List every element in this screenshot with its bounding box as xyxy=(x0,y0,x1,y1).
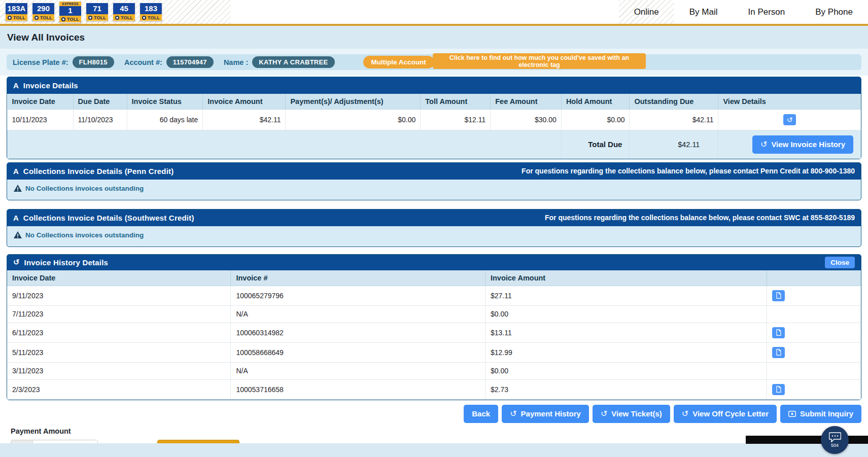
history-invoice-amount-cell: $13.11 xyxy=(485,323,767,342)
close-history-button[interactable]: Close xyxy=(825,257,855,268)
invoice-history-panel: ↺ Invoice History Details Close Invoice … xyxy=(7,254,861,400)
bottom-strip xyxy=(0,443,868,457)
toll-badge-45: 45 TOLL xyxy=(113,3,135,21)
toll-amount-cell: $12.11 xyxy=(421,110,491,130)
name-value: KATHY A CRABTREE xyxy=(252,56,334,68)
history-invoice-date-cell: 3/11/2023 xyxy=(7,362,231,379)
col-history-invoice-number: Invoice # xyxy=(231,270,485,286)
hold-amount-cell: $0.00 xyxy=(561,110,630,130)
history-invoice-date-cell: 5/11/2023 xyxy=(7,342,231,362)
alert-icon: A xyxy=(13,214,19,222)
invoice-history-row: 3/11/2023N/A$0.00 xyxy=(7,362,861,379)
collections-southwest-body: No Collections invoices outstanding xyxy=(7,226,861,247)
history-invoice-number-cell: 100065279796 xyxy=(231,286,485,305)
payments-adjustments-cell: $0.00 xyxy=(286,110,421,130)
payment-history-button[interactable]: ↺ Payment History xyxy=(502,405,589,423)
invoice-date-cell: 10/11/2023 xyxy=(8,110,74,130)
account-number-label: Account #: xyxy=(124,58,162,66)
col-due-date: Due Date xyxy=(73,94,127,110)
toll-label: TOLL xyxy=(13,15,25,20)
history-icon: ↺ xyxy=(510,409,516,418)
toll-label: TOLL xyxy=(148,15,160,20)
col-toll-amount: Toll Amount xyxy=(421,94,491,110)
invoice-history-title: Invoice History Details xyxy=(24,258,109,267)
history-invoice-amount-cell: $27.11 xyxy=(485,286,767,305)
toll-badges-strip: 183A TOLL 290 TOLL EXPRESS 1 TOLL 71 TOL… xyxy=(0,0,231,24)
history-icon: ↺ xyxy=(13,258,20,267)
nav-tab-by-mail[interactable]: By Mail xyxy=(674,0,733,24)
electronic-tag-savings-banner[interactable]: Click here to find out how much you coul… xyxy=(433,53,646,69)
invoice-status-cell: 60 days late xyxy=(127,110,203,130)
invoice-history-row: 5/11/2023100058668649$12.99 xyxy=(7,342,861,362)
col-history-invoice-amount: Invoice Amount xyxy=(485,270,767,286)
account-section: License Plate #: FLH8015 Account #: 1157… xyxy=(0,49,868,76)
history-invoice-number-cell: 100060314982 xyxy=(231,323,485,342)
invoice-details-panel: A Invoice Details Invoice Date Due Date … xyxy=(7,77,861,159)
license-plate-label: License Plate #: xyxy=(13,58,68,66)
invoice-history-row: 9/11/2023100065279796$27.11 xyxy=(7,286,861,305)
back-button[interactable]: Back xyxy=(464,405,498,423)
toll-badge-number: 183A xyxy=(6,3,27,14)
history-invoice-number-cell: 100058668649 xyxy=(231,342,485,362)
view-invoice-history-button[interactable]: ↺ View Invoice History xyxy=(752,135,853,154)
chat-counter: 504 xyxy=(831,443,839,448)
submit-inquiry-button[interactable]: Submit Inquiry xyxy=(780,405,861,423)
toll-dot-icon xyxy=(34,16,39,20)
action-buttons-row: Back ↺ Payment History ↺ View Ticket(s) … xyxy=(7,405,861,423)
pdf-file-icon xyxy=(776,386,781,393)
toll-badge-number: 290 xyxy=(32,3,54,14)
toll-label: TOLL xyxy=(67,17,79,22)
toll-badge-number: 1 xyxy=(59,6,81,16)
collections-penn-credit-panel: A Collections Invoice Details (Penn Cred… xyxy=(7,162,861,200)
col-invoice-date: Invoice Date xyxy=(8,94,74,110)
collections-southwest-header: A Collections Invoice Details (Southwest… xyxy=(7,209,861,226)
history-icon: ↺ xyxy=(760,139,767,149)
collections-penn-title: Collections Invoice Details (Penn Credit… xyxy=(23,167,174,175)
invoice-details-title: Invoice Details xyxy=(23,81,78,90)
col-outstanding-due: Outstanding Due xyxy=(630,94,718,110)
nav-tab-in-person[interactable]: In Person xyxy=(733,0,801,24)
toll-badge-number: 183 xyxy=(140,3,162,14)
toll-label: TOLL xyxy=(40,15,52,20)
view-pdf-button[interactable] xyxy=(772,327,785,338)
name-label: Name : xyxy=(224,58,248,66)
toll-dot-icon xyxy=(115,16,119,20)
pdf-file-icon xyxy=(776,292,781,299)
col-invoice-amount: Invoice Amount xyxy=(203,94,286,110)
nav-tab-by-phone[interactable]: By Phone xyxy=(800,0,868,24)
nav-tab-online[interactable]: Online xyxy=(619,0,674,24)
history-invoice-amount-cell: $2.73 xyxy=(485,379,767,399)
invoice-details-header: A Invoice Details xyxy=(7,77,861,94)
history-invoice-date-cell: 9/11/2023 xyxy=(7,286,231,305)
toll-label: TOLL xyxy=(94,15,106,20)
warning-triangle-icon xyxy=(14,185,22,192)
total-due-row: Total Due $42.11 ↺ View Invoice History xyxy=(8,130,861,159)
history-invoice-number-cell: N/A xyxy=(231,362,485,379)
pdf-file-icon xyxy=(776,329,781,336)
outstanding-due-cell: $42.11 xyxy=(630,110,718,130)
total-due-value: $42.11 xyxy=(630,130,718,159)
col-payments-adjustments: Payment(s)/ Adjustment(s) xyxy=(286,94,421,110)
live-chat-button[interactable]: 504 xyxy=(821,426,849,454)
top-header: 183A TOLL 290 TOLL EXPRESS 1 TOLL 71 TOL… xyxy=(0,0,868,26)
toll-badge-number: 45 xyxy=(113,3,135,14)
col-history-invoice-date: Invoice Date xyxy=(7,270,231,286)
toll-badge-number: 71 xyxy=(86,3,108,14)
invoice-history-row: 6/11/2023100060314982$13.11 xyxy=(7,323,861,342)
alert-icon: A xyxy=(13,81,19,90)
view-off-cycle-letter-button[interactable]: ↺ View Off Cycle Letter xyxy=(674,405,777,423)
view-tickets-button[interactable]: ↺ View Ticket(s) xyxy=(593,405,670,423)
toll-badge-71: 71 TOLL xyxy=(86,3,109,21)
view-details-history-button[interactable]: ↺ xyxy=(783,114,796,125)
view-pdf-button[interactable] xyxy=(772,290,785,301)
view-pdf-button[interactable] xyxy=(772,347,785,358)
history-invoice-amount-cell: $0.00 xyxy=(485,362,767,379)
invoice-history-header: ↺ Invoice History Details Close xyxy=(7,255,861,270)
view-pdf-button[interactable] xyxy=(772,384,785,395)
inquiry-icon xyxy=(788,411,796,417)
license-plate-value: FLH8015 xyxy=(73,56,114,68)
collections-penn-body: No Collections invoices outstanding xyxy=(7,180,861,200)
no-collections-message: No Collections invoices outstanding xyxy=(25,185,144,192)
fee-amount-cell: $30.00 xyxy=(491,110,562,130)
toll-dot-icon xyxy=(61,17,65,21)
